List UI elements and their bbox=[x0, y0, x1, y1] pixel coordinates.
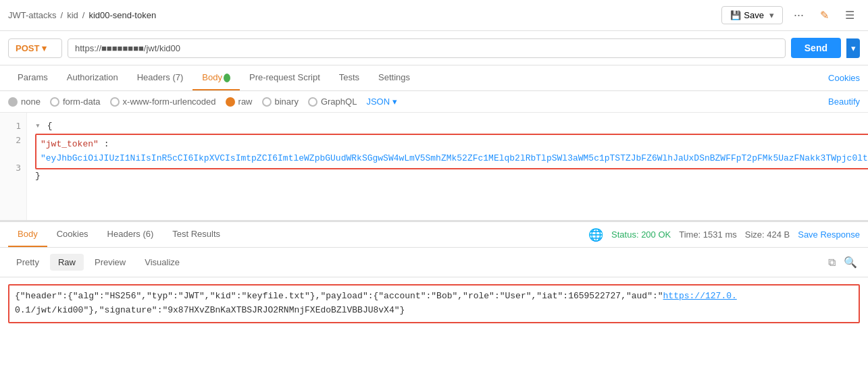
resp-body-tab-pretty[interactable]: Pretty bbox=[8, 254, 47, 271]
tab-settings[interactable]: Settings bbox=[369, 65, 419, 90]
save-button[interactable]: 💾 Save ▾ bbox=[721, 6, 783, 24]
resp-body-tab-visualize-label: Visualize bbox=[145, 257, 180, 267]
radio-none[interactable] bbox=[8, 97, 18, 107]
send-label: Send bbox=[805, 43, 827, 53]
resp-tab-headers[interactable]: Headers (6) bbox=[98, 222, 163, 247]
resp-tab-test-results-label: Test Results bbox=[172, 229, 220, 239]
resp-body-tab-raw[interactable]: Raw bbox=[50, 254, 84, 271]
close-brace: } bbox=[35, 171, 41, 181]
tab-params-label: Params bbox=[18, 72, 48, 82]
response-highlighted-block: {"header":{"alg":"HS256","typ":"JWT","ki… bbox=[8, 284, 860, 323]
beautify-button[interactable]: Beautify bbox=[828, 97, 860, 107]
resp-tab-headers-label: Headers bbox=[107, 229, 141, 239]
option-urlencoded[interactable]: x-www-form-urlencoded bbox=[110, 97, 216, 107]
breadcrumb: JWT-attacks / kid / kid00-send-token bbox=[8, 10, 721, 20]
fold-icon[interactable]: ▾ bbox=[35, 121, 41, 131]
response-line-1: {"header":{"alg":"HS256","typ":"JWT","ki… bbox=[15, 290, 853, 304]
line-num-blank bbox=[5, 148, 21, 162]
resp-body-tab-pretty-label: Pretty bbox=[16, 257, 39, 267]
globe-icon: 🌐 bbox=[588, 227, 603, 242]
send-dropdown-button[interactable]: ▾ bbox=[846, 38, 860, 58]
radio-urlencoded[interactable] bbox=[110, 97, 120, 107]
tab-body[interactable]: Body bbox=[193, 65, 240, 90]
url-input[interactable] bbox=[68, 38, 786, 58]
status-info: 🌐 Status: 200 OK Time: 1531 ms Size: 424… bbox=[588, 227, 860, 242]
tab-settings-label: Settings bbox=[378, 72, 410, 82]
option-raw-label: raw bbox=[238, 97, 253, 107]
save-response-button[interactable]: Save Response bbox=[798, 229, 860, 240]
colon: : bbox=[104, 139, 109, 149]
resp-tab-headers-count: (6) bbox=[143, 229, 153, 239]
send-button[interactable]: Send bbox=[791, 38, 841, 58]
option-form-data[interactable]: form-data bbox=[50, 97, 101, 107]
tab-headers[interactable]: Headers (7) bbox=[128, 65, 193, 90]
line-numbers: 1 2 3 bbox=[0, 113, 27, 220]
radio-form-data[interactable] bbox=[50, 97, 59, 107]
breadcrumb-parent2[interactable]: kid bbox=[67, 10, 78, 20]
option-graphql[interactable]: GraphQL bbox=[308, 97, 357, 107]
resp-body-tab-preview[interactable]: Preview bbox=[86, 254, 134, 271]
code-icon: ☰ bbox=[845, 9, 854, 21]
resp-tab-body-label: Body bbox=[18, 229, 38, 239]
json-type-label: JSON bbox=[366, 97, 390, 107]
option-raw[interactable]: raw bbox=[226, 97, 253, 107]
request-bar: POST ▾ Send ▾ bbox=[0, 31, 868, 65]
resp-text-2: 0.1/jwt/kid00"},"signature":"9x87HXvZBnK… bbox=[15, 305, 405, 315]
resp-body-tab-raw-label: Raw bbox=[58, 257, 76, 267]
copy-icon[interactable]: ⧉ bbox=[825, 254, 838, 271]
jwt-key: "jwt_token" bbox=[41, 139, 99, 149]
resp-link[interactable]: https://127.0. bbox=[663, 291, 737, 301]
top-bar: JWT-attacks / kid / kid00-send-token 💾 S… bbox=[0, 0, 868, 31]
resp-tab-cookies[interactable]: Cookies bbox=[47, 222, 98, 247]
body-options: none form-data x-www-form-urlencoded raw… bbox=[0, 91, 868, 113]
tab-cookies-label: Cookies bbox=[828, 73, 860, 83]
top-actions: 💾 Save ▾ ··· ✎ ☰ bbox=[721, 5, 860, 25]
status-size: Size: 424 B bbox=[745, 229, 790, 240]
radio-graphql[interactable] bbox=[308, 97, 317, 107]
save-dropdown-arrow[interactable]: ▾ bbox=[769, 10, 774, 20]
tab-authorization[interactable]: Authorization bbox=[57, 65, 128, 90]
breadcrumb-sep2: / bbox=[82, 10, 85, 20]
tab-body-label: Body bbox=[202, 72, 222, 82]
tab-authorization-label: Authorization bbox=[67, 72, 118, 82]
radio-binary[interactable] bbox=[262, 97, 272, 107]
tab-tests[interactable]: Tests bbox=[330, 65, 369, 90]
tab-tests-label: Tests bbox=[339, 72, 359, 82]
tab-params[interactable]: Params bbox=[8, 65, 57, 90]
tab-pre-request-label: Pre-request Script bbox=[249, 72, 320, 82]
tab-headers-count: (7) bbox=[172, 72, 183, 82]
resp-tab-body[interactable]: Body bbox=[8, 222, 47, 247]
option-form-data-label: form-data bbox=[63, 97, 101, 107]
save-label: Save bbox=[744, 10, 764, 20]
resp-body-tab-visualize[interactable]: Visualize bbox=[136, 254, 188, 271]
edit-button[interactable]: ✎ bbox=[815, 6, 834, 24]
resp-text-1a: {"header":{"alg":"HS256","typ":"JWT","ki… bbox=[15, 291, 663, 301]
status-time: Time: 1531 ms bbox=[679, 229, 737, 240]
jwt-value: "eyJhbGciOiJIUzI1NiIsInR5cCI6IkpXVCIsImt… bbox=[41, 153, 868, 163]
json-type-select[interactable]: JSON ▾ bbox=[366, 97, 397, 107]
line-num-1: 1 bbox=[5, 119, 21, 134]
code-line-3: } bbox=[35, 169, 868, 184]
resp-tab-test-results[interactable]: Test Results bbox=[163, 222, 230, 247]
breadcrumb-current: kid00-send-token bbox=[88, 10, 156, 20]
send-dropdown-arrow: ▾ bbox=[851, 43, 856, 53]
breadcrumb-parent1[interactable]: JWT-attacks bbox=[8, 10, 57, 20]
resp-tab-cookies-label: Cookies bbox=[57, 229, 88, 239]
method-select[interactable]: POST ▾ bbox=[8, 38, 62, 58]
tab-pre-request[interactable]: Pre-request Script bbox=[240, 65, 330, 90]
tab-cookies[interactable]: Cookies bbox=[828, 66, 860, 90]
more-button[interactable]: ··· bbox=[788, 5, 809, 25]
response-tabs-bar: Body Cookies Headers (6) Test Results 🌐 … bbox=[0, 222, 868, 248]
response-content: {"header":{"alg":"HS256","typ":"JWT","ki… bbox=[0, 277, 868, 330]
method-label: POST bbox=[16, 43, 39, 53]
save-icon: 💾 bbox=[730, 10, 741, 20]
search-icon[interactable]: 🔍 bbox=[841, 253, 860, 271]
open-brace: { bbox=[47, 121, 53, 131]
option-none[interactable]: none bbox=[8, 97, 41, 107]
option-binary[interactable]: binary bbox=[262, 97, 299, 107]
code-editor[interactable]: ▾ { "jwt_token" : "eyJhbGciOiJIUzI1NiIsI… bbox=[27, 113, 868, 220]
code-button[interactable]: ☰ bbox=[840, 6, 860, 24]
tab-headers-label: Headers bbox=[137, 72, 170, 82]
radio-raw[interactable] bbox=[226, 97, 235, 107]
response-line-2: 0.1/jwt/kid00"},"signature":"9x87HXvZBnK… bbox=[15, 304, 853, 318]
